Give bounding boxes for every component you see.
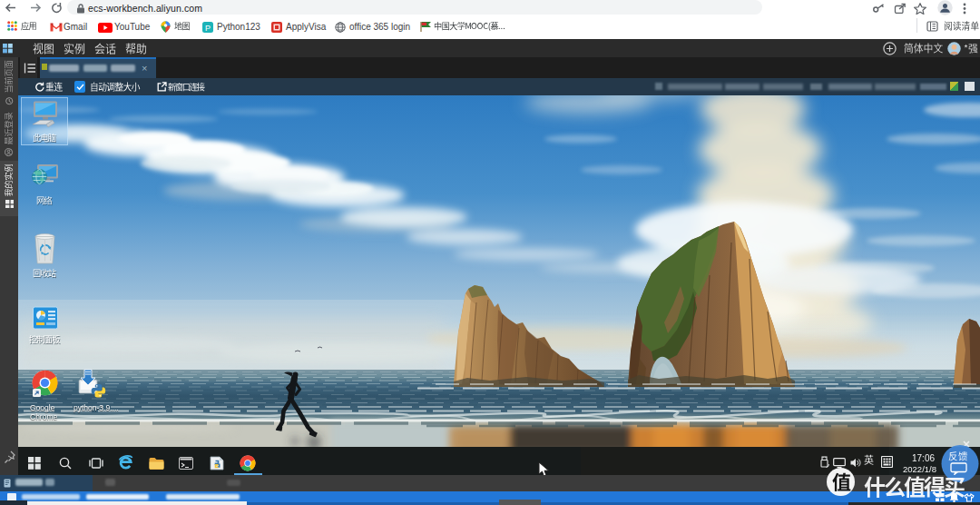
svg-text:P: P [205, 24, 211, 33]
